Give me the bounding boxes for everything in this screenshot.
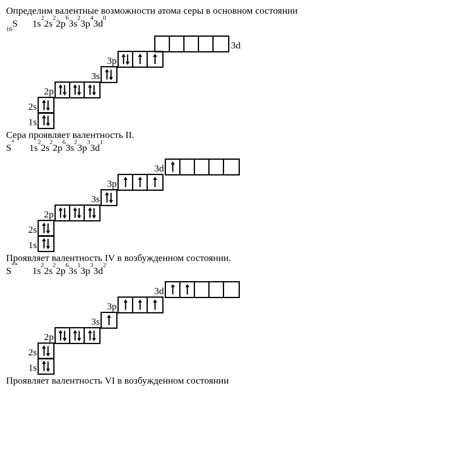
svg-marker-39: [46, 231, 50, 234]
orbital-cells: [55, 81, 101, 98]
orbital-cell: [180, 160, 195, 174]
sublevel-label: 2s: [28, 222, 38, 237]
sublevel-label: 3d: [154, 284, 165, 298]
sublevel-3p: 3p: [107, 51, 164, 68]
orbital-cells: [38, 358, 55, 375]
orbital-cell: [224, 160, 239, 174]
orbital-cell: [119, 298, 133, 312]
svg-marker-61: [153, 177, 157, 180]
orbital-cell: [39, 359, 53, 374]
svg-marker-53: [105, 192, 109, 195]
config-2: 1s22s22p63s13p33d2: [32, 265, 106, 276]
svg-marker-37: [42, 223, 46, 226]
config-1: 1s22s22p63s23p33d1: [29, 142, 103, 153]
svg-marker-67: [46, 369, 50, 372]
sublevel-label: 2p: [44, 207, 55, 221]
orbital-cells: [38, 220, 55, 237]
sublevel-label: 2p: [44, 84, 55, 98]
sublevel-label: 3s: [91, 192, 101, 206]
svg-marker-91: [153, 299, 157, 303]
caption-1: Проявляет валентность IV в возбужденном …: [6, 252, 470, 264]
orbital-cell: [185, 37, 199, 51]
orbital-cells: [101, 66, 117, 83]
orbital-cell: [166, 282, 180, 297]
svg-marker-93: [171, 284, 175, 287]
orbital-cell: [39, 221, 53, 236]
sublevel-3d: 3d: [154, 35, 241, 52]
svg-marker-11: [63, 92, 67, 96]
orbital-cell: [148, 175, 162, 190]
sublevel-3s: 3s: [91, 189, 117, 206]
orbital-cell: [70, 83, 85, 97]
orbital-cell: [148, 52, 162, 67]
svg-marker-21: [105, 69, 109, 72]
orbital-cell: [170, 37, 185, 51]
sublevel-2s: 2s: [28, 342, 55, 359]
orbital-diagram-2: 1s2s2p3s3p3d: [6, 277, 470, 374]
sublevel-2p: 2p: [44, 81, 101, 98]
orbital-cells: [38, 112, 55, 129]
orbital-cell: [39, 98, 53, 113]
sublevel-1s: 1s: [28, 358, 55, 375]
svg-marker-27: [126, 62, 130, 65]
sublevel-2p: 2p: [44, 205, 101, 221]
orbital-cell: [199, 37, 214, 51]
orbital-cells: [55, 327, 101, 344]
svg-marker-17: [88, 84, 92, 88]
orbital-cell: [102, 313, 116, 328]
orbital-cells: [117, 296, 164, 313]
orbital-cell: [210, 160, 224, 174]
orbital-cell: [39, 344, 53, 358]
orbital-cells: [38, 235, 55, 252]
sublevel-label: 3s: [91, 69, 101, 83]
sublevel-label: 1s: [28, 238, 38, 252]
orbital-cell: [39, 236, 53, 251]
svg-marker-51: [92, 215, 96, 219]
orbital-cells: [165, 281, 240, 298]
state0-header: 16S 1s22s22p63s23p43d0: [6, 17, 470, 31]
orbital-cell: [210, 282, 224, 297]
orbital-cell: [56, 206, 70, 220]
svg-marker-83: [92, 338, 96, 341]
title: Определим валентные возможности атома се…: [6, 5, 470, 17]
svg-marker-95: [185, 284, 189, 287]
orbital-cell: [224, 282, 239, 297]
orbital-diagram-0: 1s2s2p3s3p3d: [6, 31, 470, 128]
sublevel-label: 2s: [28, 99, 38, 114]
orbital-cells: [117, 51, 164, 68]
orbital-cell: [56, 328, 70, 343]
svg-marker-25: [122, 54, 126, 57]
svg-marker-47: [77, 215, 81, 219]
orbital-cell: [155, 37, 170, 51]
svg-marker-49: [88, 207, 92, 211]
orbital-cell: [102, 67, 116, 82]
svg-marker-57: [124, 177, 128, 180]
svg-marker-23: [109, 77, 113, 80]
sublevel-2s: 2s: [28, 97, 55, 114]
sublevel-label: 1s: [28, 115, 38, 129]
orbital-cell: [119, 52, 133, 67]
sublevel-2p: 2p: [44, 327, 101, 344]
sublevel-label: 2s: [28, 345, 38, 359]
orbital-cell: [148, 298, 162, 312]
svg-marker-15: [77, 92, 81, 96]
orbital-cells: [38, 342, 55, 359]
svg-marker-69: [42, 345, 46, 349]
sublevel-1s: 1s: [28, 235, 55, 252]
orbital-diagram-1: 1s2s2p3s3p3d: [6, 154, 470, 251]
orbital-cells: [154, 35, 229, 52]
svg-marker-65: [42, 361, 46, 364]
orbital-cell: [102, 190, 116, 205]
state1-header: S* 1s22s22p63s23p33d1: [6, 142, 470, 154]
svg-marker-71: [46, 353, 50, 357]
svg-marker-29: [138, 54, 142, 57]
svg-marker-89: [138, 299, 142, 303]
svg-marker-35: [46, 246, 50, 249]
svg-marker-73: [59, 330, 63, 333]
orbital-cell: [133, 175, 148, 190]
orbital-cells: [55, 205, 101, 221]
orbital-cells: [101, 189, 117, 206]
sublevel-1s: 1s: [28, 112, 55, 129]
orbital-cell: [180, 282, 195, 297]
sublevel-3d: 3d: [154, 159, 240, 175]
